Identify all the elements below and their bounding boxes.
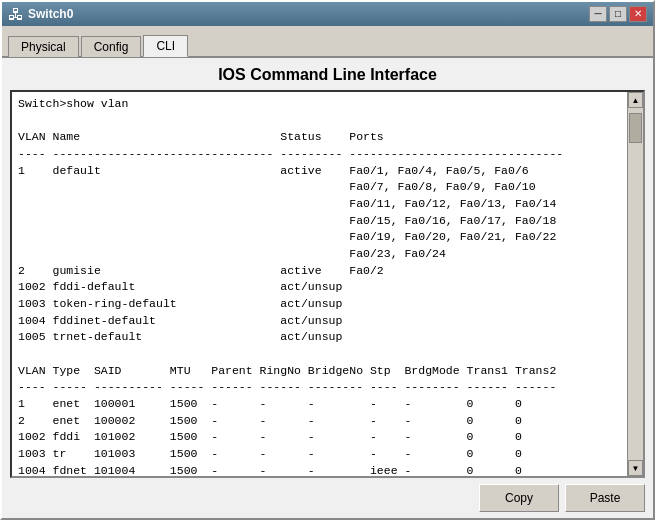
title-bar-left: 🖧 Switch0 [8,6,73,22]
scroll-thumb[interactable] [629,113,642,143]
bottom-bar: Copy Paste [2,478,653,518]
terminal-area[interactable]: Switch>show vlan VLAN Name Status Ports … [10,90,645,478]
scrollbar[interactable]: ▲ ▼ [627,92,643,476]
tab-bar: Physical Config CLI [2,26,653,58]
tab-config[interactable]: Config [81,36,142,57]
copy-button[interactable]: Copy [479,484,559,512]
scroll-down-button[interactable]: ▼ [628,460,643,476]
paste-button[interactable]: Paste [565,484,645,512]
tab-cli[interactable]: CLI [143,35,188,57]
scroll-track [628,108,643,460]
scroll-up-button[interactable]: ▲ [628,92,643,108]
window-title: Switch0 [28,7,73,21]
maximize-button[interactable]: □ [609,6,627,22]
window-icon: 🖧 [8,6,24,22]
page-title: IOS Command Line Interface [2,58,653,90]
terminal-output[interactable]: Switch>show vlan VLAN Name Status Ports … [12,92,627,476]
title-bar: 🖧 Switch0 ─ □ ✕ [2,2,653,26]
window-controls: ─ □ ✕ [589,6,647,22]
main-window: 🖧 Switch0 ─ □ ✕ Physical Config CLI IOS … [0,0,655,520]
tab-physical[interactable]: Physical [8,36,79,57]
close-button[interactable]: ✕ [629,6,647,22]
minimize-button[interactable]: ─ [589,6,607,22]
